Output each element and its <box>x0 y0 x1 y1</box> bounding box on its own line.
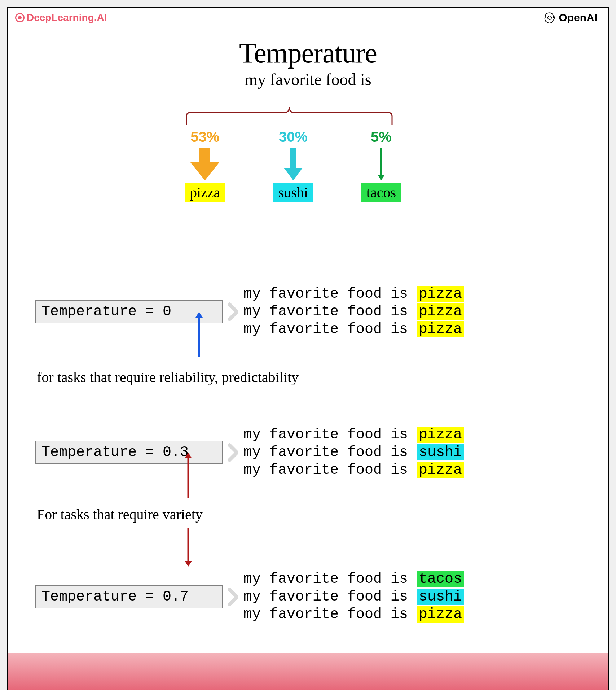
chevron-right-icon <box>228 588 238 606</box>
percent-pizza: 53% <box>190 129 219 145</box>
outputs-2: my favorite food is tacos my favorite fo… <box>243 571 594 623</box>
caption-reliability: for tasks that require reliability, pred… <box>37 369 299 386</box>
chevron-right-icon <box>228 443 238 462</box>
percent-sushi: 30% <box>279 129 308 145</box>
svg-marker-2 <box>284 148 303 180</box>
output-line: my favorite food is pizza <box>243 286 594 302</box>
output-line: my favorite food is pizza <box>243 606 594 623</box>
temperature-setting-07: Temperature = 0.7 <box>35 585 223 608</box>
deeplearning-logo: DeepLearning.AI <box>15 12 107 23</box>
svg-marker-6 <box>195 312 203 318</box>
token-label-tacos: tacos <box>361 183 401 202</box>
svg-point-0 <box>548 16 551 19</box>
title-block: Temperature my favorite food is <box>8 37 608 89</box>
output-line: my favorite food is pizza <box>243 303 594 320</box>
svg-marker-4 <box>378 175 385 180</box>
token-probabilities: 53% pizza 30% sushi 5% tacos <box>185 129 401 202</box>
output-line: my favorite food is pizza <box>243 321 594 337</box>
example-row-temp-0: Temperature = 0 my favorite food is pizz… <box>35 286 594 337</box>
token-label-pizza: pizza <box>185 183 225 202</box>
openai-logo-text: OpenAI <box>559 12 597 24</box>
chevron-right-icon <box>228 302 238 321</box>
arrow-up-icon <box>192 311 206 358</box>
title: Temperature <box>8 37 608 69</box>
caption-variety: For tasks that require variety <box>37 506 203 523</box>
token-col-tacos: 5% tacos <box>361 129 401 202</box>
outputs-1: my favorite food is pizza my favorite fo… <box>243 427 594 478</box>
percent-tacos: 5% <box>371 129 392 145</box>
arrow-up-icon <box>181 452 195 499</box>
svg-marker-10 <box>185 561 192 567</box>
subtitle: my favorite food is <box>8 70 608 89</box>
arrow-down-icon <box>367 148 396 180</box>
bracket-icon <box>185 105 394 127</box>
output-line: my favorite food is tacos <box>243 571 594 587</box>
arrow-down-icon <box>190 148 219 180</box>
arrow-down-icon <box>279 148 308 180</box>
footer-band <box>8 653 608 690</box>
dl-logo-text: DeepLearning.AI <box>27 12 107 23</box>
output-line: my favorite food is sushi <box>243 444 594 460</box>
header: DeepLearning.AI OpenAI <box>15 12 597 24</box>
output-line: my favorite food is pizza <box>243 427 594 443</box>
openai-icon <box>544 12 556 24</box>
token-label-sushi: sushi <box>273 183 313 202</box>
example-row-temp-03: Temperature = 0.3 my favorite food is pi… <box>35 427 594 478</box>
dl-logo-icon <box>15 13 25 22</box>
svg-marker-1 <box>190 148 219 180</box>
output-line: my favorite food is pizza <box>243 462 594 478</box>
openai-logo: OpenAI <box>544 12 597 24</box>
example-row-temp-07: Temperature = 0.7 my favorite food is ta… <box>35 571 594 623</box>
token-col-pizza: 53% pizza <box>185 129 225 202</box>
output-line: my favorite food is sushi <box>243 589 594 605</box>
slide: DeepLearning.AI OpenAI Temperature my fa… <box>7 7 609 690</box>
token-col-sushi: 30% sushi <box>273 129 313 202</box>
arrow-down-icon <box>181 528 195 567</box>
outputs-0: my favorite food is pizza my favorite fo… <box>243 286 594 337</box>
svg-marker-8 <box>185 453 192 458</box>
